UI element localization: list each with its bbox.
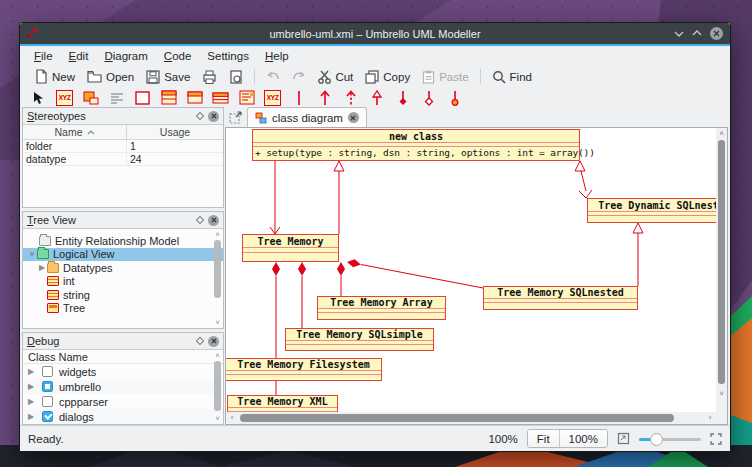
scroll-up-icon[interactable]: ˄	[213, 352, 222, 359]
copy-button[interactable]: Copy	[359, 68, 416, 86]
tree-item-entity-relationship-model[interactable]: Entity Relationship Model	[23, 234, 223, 248]
float-panel-icon[interactable]	[196, 337, 204, 345]
class-tree-memory-filesystem[interactable]: Tree_Memory_Filesystem	[226, 358, 382, 381]
menu-help[interactable]: Help	[257, 46, 297, 65]
stereotypes-table-header[interactable]: Name Usage	[23, 125, 223, 140]
generalization-tool[interactable]	[368, 90, 385, 106]
text-tool[interactable]: XYZ	[56, 90, 73, 106]
diagram-canvas[interactable]: new_class + setup(type : string, dsn : s…	[226, 128, 716, 412]
close-panel-icon[interactable]	[208, 215, 219, 226]
close-button[interactable]	[710, 27, 723, 40]
scroll-up-icon[interactable]: ˄	[716, 128, 727, 140]
fullscreen-icon[interactable]	[710, 433, 722, 445]
expander-closed-icon[interactable]: ▶	[28, 382, 36, 391]
scrollbar-thumb[interactable]	[214, 361, 221, 411]
debug-panel-titlebar[interactable]: Debug	[23, 333, 223, 349]
cut-button[interactable]: Cut	[312, 68, 359, 86]
new-tab-button[interactable]	[226, 109, 244, 126]
aggregation-tool[interactable]	[420, 90, 437, 106]
scroll-down-icon[interactable]: ˅	[213, 319, 222, 326]
class-tool[interactable]	[160, 90, 177, 106]
paste-button[interactable]: Paste	[416, 68, 474, 86]
tree-item-datatypes[interactable]: ▶ Datatypes	[23, 261, 223, 275]
zoom-100-button[interactable]: 100%	[559, 430, 607, 447]
scrollbar-thumb[interactable]	[214, 240, 221, 298]
class-tree-memory-sqlnested[interactable]: Tree_Memory_SQLnested	[483, 286, 638, 310]
tree-view-scrollbar[interactable]: ˄ ˅	[213, 231, 222, 326]
zoom-page-icon[interactable]	[617, 432, 630, 445]
class-new-class[interactable]: new_class + setup(type : string, dsn : s…	[252, 129, 580, 161]
debug-item-widgets[interactable]: ▶ widgets	[23, 364, 223, 379]
scrollbar-thumb[interactable]	[240, 414, 674, 422]
titlebar[interactable]: umbrello-uml.xmi – Umbrello UML Modeller	[20, 23, 730, 44]
class-tree-memory-array[interactable]: Tree_Memory_Array	[317, 296, 446, 320]
association-tool[interactable]	[290, 90, 307, 106]
find-button[interactable]: Find	[486, 68, 538, 86]
canvas-vertical-scrollbar[interactable]: ˄ ˅	[716, 128, 727, 412]
note-tool[interactable]	[82, 90, 99, 106]
text-lines-tool[interactable]	[108, 90, 125, 106]
box-tool[interactable]	[134, 90, 151, 106]
tree-item-int[interactable]: int	[23, 275, 223, 289]
interface-tool[interactable]	[186, 90, 203, 106]
entity-tool[interactable]	[212, 90, 229, 106]
checkbox-checked[interactable]	[42, 411, 53, 422]
uni-association-tool[interactable]	[316, 90, 333, 106]
tree-item-logical-view[interactable]: ▼ Logical View	[23, 248, 223, 262]
checkbox-unchecked[interactable]	[42, 396, 53, 407]
expander-open-icon[interactable]: ▼	[27, 250, 37, 259]
scroll-up-icon[interactable]: ˄	[213, 231, 222, 238]
class-tree-dynamic-sqlnested[interactable]: Tree_Dynamic_SQLnested	[587, 198, 716, 223]
save-button[interactable]: Save	[140, 68, 196, 86]
class-tree-memory-xml[interactable]: Tree_Memory_XML	[227, 395, 338, 412]
menu-edit[interactable]: Edit	[61, 46, 97, 65]
anchor-tool[interactable]	[446, 90, 463, 106]
menu-diagram[interactable]: Diagram	[96, 46, 155, 65]
tree-item-tree[interactable]: Tree	[23, 302, 223, 316]
menu-code[interactable]: Code	[156, 46, 200, 65]
menu-settings[interactable]: Settings	[199, 46, 257, 65]
debug-item-dialogs[interactable]: ▶ dialogs	[23, 409, 223, 424]
open-button[interactable]: Open	[81, 68, 140, 85]
datatype-tool[interactable]	[238, 90, 255, 106]
enum-tool[interactable]: XYZ	[264, 90, 281, 106]
checkbox-unchecked[interactable]	[42, 366, 53, 377]
canvas-horizontal-scrollbar[interactable]: ‹ ›	[226, 412, 716, 424]
scroll-down-icon[interactable]: ˅	[716, 388, 727, 400]
menu-file[interactable]: File	[26, 46, 61, 65]
float-panel-icon[interactable]	[196, 216, 204, 224]
stereotype-row[interactable]: datatype 24	[23, 153, 223, 166]
composition-tool[interactable]	[394, 90, 411, 106]
new-button[interactable]: New	[28, 67, 81, 86]
minimize-button[interactable]	[674, 30, 684, 37]
redo-button[interactable]	[286, 69, 312, 85]
close-panel-icon[interactable]	[208, 111, 219, 122]
debug-item-umbrello[interactable]: ▶ umbrello	[23, 379, 223, 394]
close-tab-icon[interactable]	[348, 112, 359, 123]
maximize-button[interactable]	[692, 30, 702, 37]
expander-closed-icon[interactable]: ▶	[28, 367, 36, 376]
close-panel-icon[interactable]	[208, 336, 219, 347]
scroll-left-icon[interactable]: ‹	[226, 412, 238, 424]
expander-closed-icon[interactable]: ▶	[28, 397, 36, 406]
slider-handle[interactable]	[650, 433, 663, 446]
scroll-down-icon[interactable]: ˅	[213, 415, 222, 422]
checkbox-partial[interactable]	[42, 381, 53, 392]
dependency-tool[interactable]	[342, 90, 359, 106]
print-button[interactable]	[196, 68, 223, 86]
scrollbar-thumb[interactable]	[718, 140, 725, 384]
float-panel-icon[interactable]	[196, 112, 204, 120]
class-tree-memory[interactable]: Tree_Memory	[242, 234, 339, 262]
zoom-slider[interactable]	[639, 432, 701, 446]
stereotype-row[interactable]: folder 1	[23, 140, 223, 153]
select-tool[interactable]	[30, 90, 47, 106]
expander-closed-icon[interactable]: ▶	[37, 263, 47, 272]
print-preview-button[interactable]	[223, 68, 249, 86]
tree-item-string[interactable]: string	[23, 288, 223, 302]
undo-button[interactable]	[260, 69, 286, 85]
fit-button[interactable]: Fit	[528, 430, 559, 447]
stereotypes-panel-titlebar[interactable]: Stereotypes	[23, 108, 223, 124]
expander-closed-icon[interactable]: ▶	[28, 412, 36, 421]
debug-scrollbar[interactable]: ˄ ˅	[213, 352, 222, 422]
debug-item-cppparser[interactable]: ▶ cppparser	[23, 394, 223, 409]
